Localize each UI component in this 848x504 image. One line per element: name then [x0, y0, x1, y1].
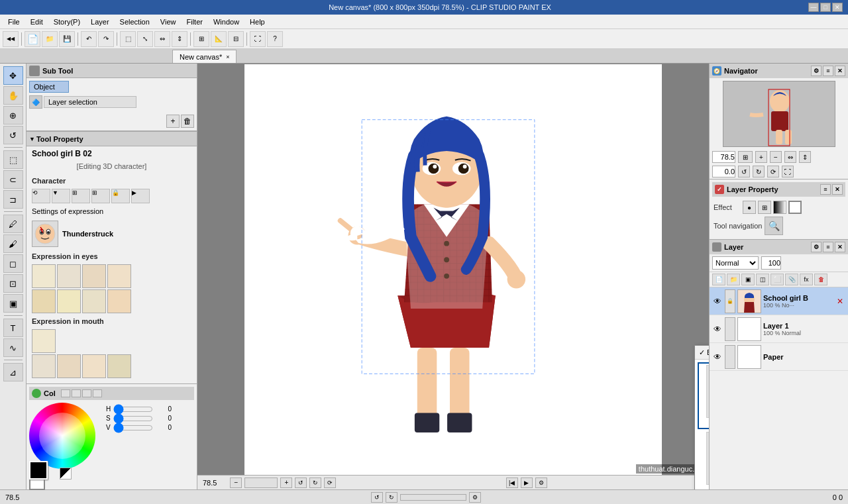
hair-option-basic[interactable]: Basic: [699, 364, 709, 428]
nav-rotate-cw[interactable]: ↻: [753, 166, 765, 177]
nav-btn-1[interactable]: ⚙: [811, 66, 822, 76]
layer-clip-btn[interactable]: 📎: [785, 274, 798, 285]
layer-blend-select[interactable]: Normal: [712, 256, 759, 270]
layer-new-btn[interactable]: 📄: [712, 274, 725, 285]
eff-grid[interactable]: ⊞: [758, 201, 771, 214]
nav-flip-h[interactable]: ⇔: [784, 151, 796, 163]
settings-btn[interactable]: ⚙: [535, 478, 547, 488]
tool-brush[interactable]: 🖌: [3, 234, 23, 253]
tool-operation[interactable]: ✥: [3, 66, 23, 85]
tool-text[interactable]: T: [3, 319, 23, 337]
tab-close[interactable]: ×: [226, 54, 229, 60]
eye-style-2[interactable]: [57, 264, 81, 288]
layer-item-0[interactable]: 👁 🔒 School girl B 100 % No··· ✕: [710, 287, 848, 315]
layer-header-btn-2[interactable]: ≡: [823, 242, 833, 252]
toolbar-open[interactable]: 📁: [42, 31, 58, 47]
rotate-cw-btn[interactable]: ↻: [309, 478, 321, 488]
maximize-button[interactable]: □: [820, 3, 831, 12]
toolbar-help-btn[interactable]: ?: [267, 31, 283, 47]
char-btn-1[interactable]: ⟲: [32, 189, 50, 203]
tool-operation-btn[interactable]: Object: [29, 81, 69, 93]
rotate-ccw-btn[interactable]: ↺: [295, 478, 307, 488]
layer-del-0[interactable]: ✕: [835, 296, 845, 307]
eye-style-7[interactable]: [82, 289, 106, 313]
toolbar-save[interactable]: 💾: [59, 31, 75, 47]
color-mode-btn-1[interactable]: [61, 389, 70, 397]
nav-zoom-in[interactable]: +: [755, 151, 767, 163]
color-mode-btn-2[interactable]: [72, 389, 81, 397]
tool-blend[interactable]: ⊡: [3, 274, 23, 293]
toolbar-flip-v[interactable]: ⇕: [172, 31, 187, 47]
toolbar-redo[interactable]: ↷: [98, 31, 114, 47]
tool-rotate[interactable]: ↺: [3, 126, 23, 144]
layer-header-btn-1[interactable]: ⚙: [811, 242, 822, 252]
layer-item-2[interactable]: 👁 Paper: [710, 343, 848, 371]
layer-visibility-2[interactable]: 👁: [712, 352, 723, 362]
tool-pen[interactable]: 🖊: [3, 215, 23, 233]
char-btn-3[interactable]: ⊞: [72, 189, 90, 203]
zoom-slider[interactable]: [244, 478, 278, 488]
layer-lock-1[interactable]: [725, 317, 735, 341]
tool-select-lasso[interactable]: ⊂: [3, 170, 23, 189]
menu-file[interactable]: File: [3, 17, 25, 27]
toolbar-flip-h[interactable]: ⇔: [154, 31, 170, 47]
toolbar-ruler[interactable]: 📐: [211, 31, 227, 47]
eff-frame[interactable]: [788, 201, 802, 214]
titlebar-controls[interactable]: — □ ✕: [808, 3, 843, 12]
canvas[interactable]: [244, 64, 662, 475]
canvas-area[interactable]: ✓ Basic Updo ✕: [197, 64, 709, 489]
reset-view-btn[interactable]: ⟳: [324, 478, 336, 488]
tool-hand[interactable]: ✋: [3, 86, 23, 105]
layer-opacity-input[interactable]: [761, 256, 781, 270]
layer-fill-btn[interactable]: ▣: [741, 274, 755, 285]
tool-eyedrop[interactable]: ⊿: [3, 363, 23, 381]
tool-auto-select[interactable]: ⊐: [3, 190, 23, 209]
nav-zoom-fit[interactable]: ⊞: [738, 151, 753, 163]
subtool-delete-btn[interactable]: 🗑: [181, 115, 194, 128]
layer-visibility-1[interactable]: 👁: [712, 324, 723, 334]
layer-mask-btn[interactable]: ⬜: [770, 274, 784, 285]
eye-style-8[interactable]: [107, 289, 131, 313]
nav-angle-input[interactable]: [712, 166, 735, 177]
lp-btn-1[interactable]: ≡: [820, 184, 831, 195]
h-slider[interactable]: [113, 407, 153, 412]
zoom-minus-btn[interactable]: −: [230, 478, 242, 488]
menu-story[interactable]: Story(P): [48, 17, 85, 27]
menu-filter[interactable]: Filter: [182, 17, 208, 27]
eye-style-3[interactable]: [82, 264, 106, 288]
char-btn-4[interactable]: ⊞: [91, 189, 110, 203]
tool-nav-icon[interactable]: 🔍: [765, 217, 783, 235]
toolbar-new[interactable]: 📄: [25, 31, 40, 47]
mouth-style-2[interactable]: [32, 354, 56, 378]
nav-rotate-ccw[interactable]: ↺: [738, 166, 750, 177]
eff-circle[interactable]: ●: [743, 201, 756, 214]
char-btn-5[interactable]: 🔒: [111, 189, 130, 203]
toolbar-grid[interactable]: ⊞: [193, 31, 209, 47]
toolbar-transform[interactable]: ⤡: [137, 31, 153, 47]
toolbar-expand[interactable]: ⛶: [250, 31, 266, 47]
status-btn-3[interactable]: ⚙: [469, 492, 481, 503]
layer-folder-btn[interactable]: 📁: [727, 274, 740, 285]
eye-style-1[interactable]: [32, 264, 56, 288]
nav-zoom-out[interactable]: −: [770, 151, 782, 163]
menu-layer[interactable]: Layer: [85, 17, 115, 27]
mouth-style-4[interactable]: [82, 354, 106, 378]
fg-color-swatch[interactable]: [29, 461, 48, 479]
nav-btn-3[interactable]: ✕: [835, 66, 845, 76]
tool-fill[interactable]: ▣: [3, 294, 23, 313]
minimize-button[interactable]: —: [808, 3, 819, 12]
menu-window[interactable]: Window: [208, 17, 244, 27]
color-mode-btn-3[interactable]: [82, 389, 91, 397]
nav-zoom-input[interactable]: [712, 151, 735, 163]
play-btn[interactable]: ▶: [521, 478, 533, 488]
mouth-style-3[interactable]: [57, 354, 81, 378]
layer-selection-btn[interactable]: Layer selection: [44, 96, 136, 108]
status-btn-1[interactable]: ↺: [371, 492, 383, 503]
mouth-style-1[interactable]: [32, 329, 56, 353]
nav-flip-v[interactable]: ⇕: [799, 151, 811, 163]
lp-btn-2[interactable]: ✕: [832, 184, 843, 195]
close-button[interactable]: ✕: [832, 3, 843, 12]
nav-fullscreen[interactable]: ⛶: [782, 166, 794, 177]
toolbar-collapse-left[interactable]: ◀◀: [3, 31, 19, 47]
layer-visibility-0[interactable]: 👁: [712, 296, 723, 307]
